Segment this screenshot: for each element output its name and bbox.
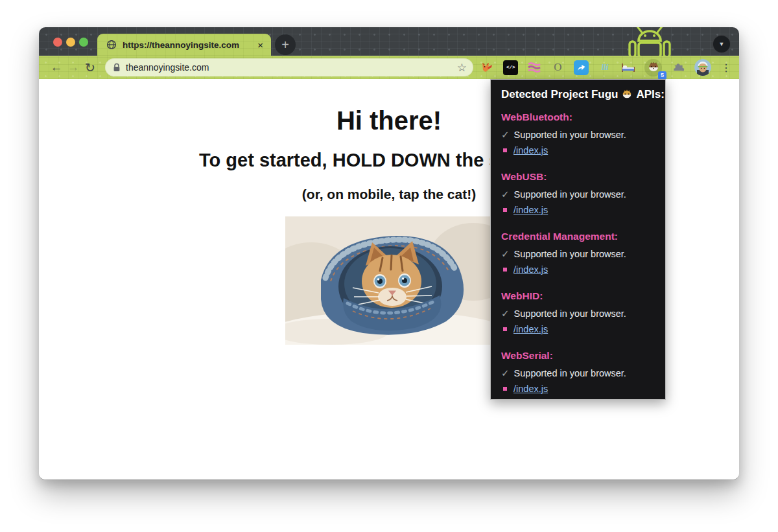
reply-arrow-extension-icon[interactable]: [574, 60, 589, 75]
tab-strip: https://theannoyingsite.com × + ▼: [39, 27, 739, 56]
code-extension-icon[interactable]: </>: [503, 60, 518, 75]
bullet-icon: [503, 387, 507, 391]
browser-menu-icon[interactable]: ⋮: [720, 62, 733, 74]
api-status-text: Supported in your browser.: [514, 249, 626, 259]
api-name: WebUSB:: [501, 171, 655, 183]
api-source-link[interactable]: /index.js: [513, 324, 548, 334]
puzzle-extensions-menu-icon[interactable]: [670, 60, 685, 75]
api-status-text: Supported in your browser.: [514, 189, 626, 200]
popup-title-prefix: Detected Project Fugu: [501, 88, 618, 101]
api-name: WebSerial:: [501, 350, 655, 362]
toolbar: ← → ↻ theannoyingsite.com ☆ </> O lli: [39, 56, 739, 79]
bullet-icon: [503, 327, 507, 331]
api-source-link[interactable]: /index.js: [513, 264, 548, 275]
back-button[interactable]: ←: [48, 60, 65, 75]
check-icon: ✓: [501, 308, 510, 319]
popup-title-suffix: APIs:: [636, 88, 664, 101]
url-text[interactable]: theannoyingsite.com: [126, 62, 452, 73]
api-section-webbluetooth: WebBluetooth: ✓Supported in your browser…: [501, 111, 655, 156]
tab-close-icon[interactable]: ×: [256, 40, 265, 50]
android-robot-theme-art: [622, 27, 677, 56]
bookmark-star-icon[interactable]: ☆: [457, 61, 467, 75]
bullet-icon: [503, 268, 507, 272]
extensions-row: </> O lli 5 ⋮: [480, 59, 733, 76]
browser-tab[interactable]: https://theannoyingsite.com ×: [97, 34, 271, 56]
check-icon: ✓: [501, 367, 510, 379]
browser-window: https://theannoyingsite.com × + ▼ ← → ↻: [39, 27, 739, 480]
api-source-link[interactable]: /index.js: [513, 145, 548, 156]
check-icon: ✓: [501, 248, 510, 260]
globe-favicon-icon: [106, 40, 117, 50]
kitten-image[interactable]: [285, 216, 493, 345]
api-status-text: Supported in your browser.: [514, 368, 626, 378]
pufferfish-emoji-icon: [621, 89, 633, 100]
reload-button[interactable]: ↻: [82, 60, 99, 75]
fugu-extension-icon[interactable]: 5: [644, 59, 662, 76]
bacon-extension-icon[interactable]: [527, 60, 542, 75]
cursive-text-extension-icon[interactable]: lli: [597, 60, 612, 75]
close-window-button[interactable]: [53, 38, 62, 47]
api-name: Credential Management:: [501, 231, 655, 242]
fox-extension-icon[interactable]: [480, 60, 495, 75]
lock-icon: [113, 63, 121, 72]
api-name: WebBluetooth:: [501, 111, 655, 123]
api-section-credential-management: Credential Management: ✓Supported in you…: [501, 231, 655, 275]
letter-o-extension-icon[interactable]: O: [550, 60, 565, 75]
api-section-webusb: WebUSB: ✓Supported in your browser. /ind…: [501, 171, 655, 215]
window-menu-button[interactable]: ▼: [713, 35, 731, 53]
api-section-webhid: WebHID: ✓Supported in your browser. /ind…: [501, 290, 655, 334]
forward-button[interactable]: →: [65, 60, 82, 75]
check-icon: ✓: [501, 129, 510, 141]
new-tab-button[interactable]: +: [275, 34, 296, 55]
fugu-api-popup: Detected Project Fugu APIs: WebBluetooth…: [490, 79, 666, 400]
address-bar[interactable]: theannoyingsite.com ☆: [105, 58, 473, 76]
bed-extension-icon[interactable]: [621, 60, 636, 75]
extension-badge: 5: [658, 71, 666, 80]
tab-title: https://theannoyingsite.com: [123, 40, 250, 50]
check-icon: ✓: [501, 189, 510, 200]
api-status-text: Supported in your browser.: [514, 308, 626, 319]
api-status-text: Supported in your browser.: [514, 130, 626, 140]
bullet-icon: [503, 208, 507, 212]
api-name: WebHID:: [501, 290, 655, 302]
popup-title: Detected Project Fugu APIs:: [501, 88, 655, 101]
api-source-link[interactable]: /index.js: [513, 205, 548, 215]
maximize-window-button[interactable]: [79, 38, 88, 47]
profile-avatar[interactable]: [694, 59, 711, 76]
api-source-link[interactable]: /index.js: [513, 384, 548, 394]
api-section-webserial: WebSerial: ✓Supported in your browser. /…: [501, 350, 655, 394]
minimize-window-button[interactable]: [66, 38, 75, 47]
bullet-icon: [503, 148, 507, 152]
